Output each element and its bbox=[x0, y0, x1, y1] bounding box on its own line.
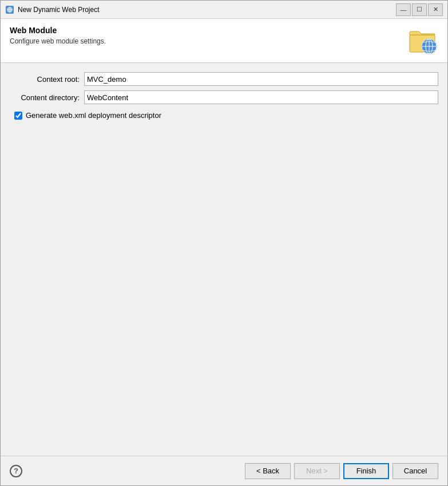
content-directory-input[interactable] bbox=[84, 90, 438, 104]
finish-button[interactable]: Finish bbox=[343, 463, 389, 479]
footer-buttons: < Back Next > Finish Cancel bbox=[245, 463, 438, 479]
window-title: New Dynamic Web Project bbox=[18, 6, 396, 14]
maximize-button[interactable]: ☐ bbox=[412, 3, 427, 16]
cancel-button[interactable]: Cancel bbox=[393, 463, 438, 479]
header-title: Web Module bbox=[10, 26, 403, 35]
next-button[interactable]: Next > bbox=[294, 463, 340, 479]
close-button[interactable]: ✕ bbox=[428, 3, 443, 16]
context-root-label: Context root: bbox=[10, 75, 84, 84]
generate-descriptor-label[interactable]: Generate web.xml deployment descriptor bbox=[26, 111, 161, 120]
dialog-header: Web Module Configure web module settings… bbox=[1, 19, 447, 63]
generate-descriptor-row: Generate web.xml deployment descriptor bbox=[14, 111, 438, 120]
title-bar: New Dynamic Web Project — ☐ ✕ bbox=[1, 1, 447, 19]
web-module-icon bbox=[409, 26, 438, 56]
footer-left: ? bbox=[10, 465, 22, 477]
header-subtitle: Configure web module settings. bbox=[10, 37, 403, 45]
dialog-window: New Dynamic Web Project — ☐ ✕ Web Module… bbox=[0, 0, 448, 486]
help-icon[interactable]: ? bbox=[10, 465, 22, 477]
window-icon bbox=[5, 5, 14, 14]
header-text: Web Module Configure web module settings… bbox=[10, 26, 403, 45]
content-directory-row: Content directory: bbox=[10, 90, 438, 104]
back-button[interactable]: < Back bbox=[245, 463, 291, 479]
window-controls: — ☐ ✕ bbox=[396, 3, 443, 16]
dialog-content: Context root: Content directory: Generat… bbox=[1, 63, 447, 456]
context-root-input[interactable] bbox=[84, 72, 438, 86]
content-directory-label: Content directory: bbox=[10, 93, 84, 102]
dialog-footer: ? < Back Next > Finish Cancel bbox=[1, 456, 447, 485]
minimize-button[interactable]: — bbox=[396, 3, 411, 16]
context-root-row: Context root: bbox=[10, 72, 438, 86]
generate-descriptor-checkbox[interactable] bbox=[14, 112, 22, 120]
